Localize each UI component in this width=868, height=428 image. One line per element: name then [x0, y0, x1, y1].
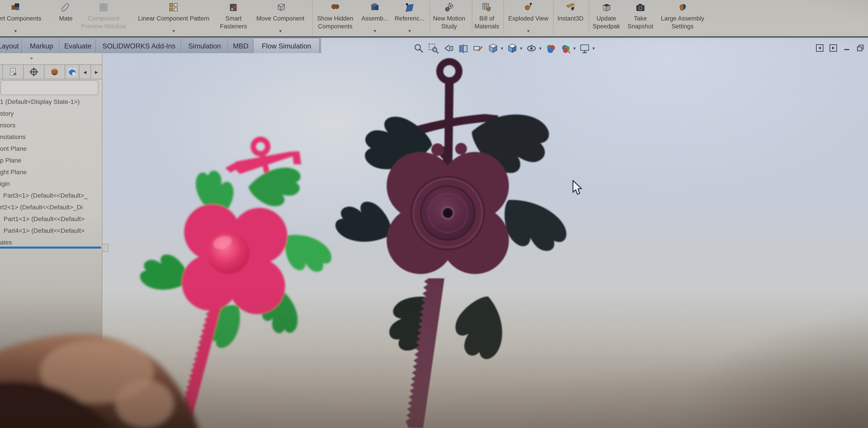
dropdown-arrow-icon[interactable]: ▾: [592, 45, 595, 52]
tree-item-part4[interactable]: Part4<1> (Default<<Default>: [0, 225, 102, 237]
tool-move-component[interactable]: Move Component ▾: [251, 1, 310, 35]
dropdown-arrow-icon[interactable]: ▾: [520, 45, 522, 52]
tool-label: Exploded View: [508, 15, 548, 23]
tool-instant3d[interactable]: Instant3D: [552, 1, 589, 35]
featuremanager-filter-box[interactable]: [0, 80, 98, 95]
rollback-bar-handle[interactable]: [102, 244, 108, 252]
tab-flow-simulation[interactable]: Flow Simulation: [253, 39, 320, 53]
tool-label: Component Preview Window: [78, 15, 129, 30]
displaymanager-icon[interactable]: [65, 65, 80, 79]
hide-show-items-icon[interactable]: [526, 42, 537, 54]
fm-scroll-right-button[interactable]: ▸: [91, 65, 102, 79]
tree-item-annotations[interactable]: notations: [0, 131, 102, 143]
tab-mbd[interactable]: MBD: [228, 39, 253, 53]
tab-label: Evaluate: [64, 42, 92, 50]
panel-collapse-dot[interactable]: [30, 57, 33, 60]
dropdown-arrow-icon[interactable]: ▾: [539, 45, 541, 52]
tree-item-history[interactable]: story: [0, 108, 102, 120]
fm-scroll-left-button[interactable]: ◂: [80, 65, 91, 79]
display-style-icon[interactable]: [506, 42, 518, 54]
tool-exploded-view[interactable]: Exploded View ▾: [504, 1, 553, 35]
assembly-features-icon: [370, 1, 380, 14]
tool-reference-geometry[interactable]: Referenc... ▾: [394, 1, 425, 35]
tool-label: Show Hidden Components: [314, 15, 356, 30]
restore-icon[interactable]: [856, 43, 865, 53]
tool-label: Large Assembly Settings: [655, 15, 710, 30]
tool-label: Move Component: [256, 15, 304, 23]
graphics-viewport[interactable]: ▾ ▾ ▾ ▾ ▾: [102, 38, 868, 428]
tool-new-motion-study[interactable]: New Motion Study: [428, 1, 470, 35]
tree-item-part2[interactable]: rt2<1> (Default<<Default>_Di: [0, 201, 102, 213]
instant3d-icon: [565, 1, 576, 14]
minimize-icon[interactable]: [842, 43, 851, 53]
component-preview-window-icon: [98, 1, 109, 14]
dynamic-annotation-views-icon[interactable]: [472, 42, 484, 54]
dropdown-arrow-icon[interactable]: ▾: [172, 28, 175, 35]
dropdown-arrow-icon[interactable]: ▾: [14, 28, 17, 35]
previous-view-icon[interactable]: [442, 42, 454, 54]
tool-large-assembly-settings[interactable]: Large Assembly Settings: [655, 1, 710, 35]
view-orientation-icon[interactable]: [487, 42, 499, 54]
tab-label: Simulation: [188, 42, 221, 50]
dropdown-arrow-icon[interactable]: ▾: [573, 45, 576, 52]
linear-component-pattern-icon: [168, 1, 179, 14]
show-hidden-components-icon: [330, 1, 341, 14]
tool-bill-of-materials[interactable]: Bill of Materials: [468, 1, 505, 35]
tab-label: Flow Simulation: [262, 42, 311, 50]
zoom-to-fit-icon[interactable]: [413, 42, 425, 54]
edit-appearance-icon[interactable]: [545, 42, 557, 54]
mate-icon: [60, 1, 71, 14]
tree-item-sensors[interactable]: nsors: [0, 120, 102, 131]
dropdown-arrow-icon[interactable]: ▾: [527, 28, 529, 35]
tool-label: New Motion Study: [428, 15, 470, 30]
tool-insert-components[interactable]: Insert Components ▾: [0, 1, 45, 35]
dropdown-arrow-icon[interactable]: ▾: [501, 45, 503, 52]
tool-label: Update Speedpak: [588, 15, 625, 30]
rollback-bar[interactable]: [0, 246, 101, 249]
tab-solidworks-add-ins[interactable]: SOLIDWORKS Add-Ins: [97, 39, 181, 53]
apply-scene-icon[interactable]: [560, 42, 571, 54]
tab-markup[interactable]: Markup: [24, 39, 60, 53]
tree-item-right-plane[interactable]: ght Plane: [0, 166, 102, 178]
pane-arrow-left-icon[interactable]: [815, 43, 824, 53]
zoom-to-area-icon[interactable]: [428, 42, 439, 54]
tool-linear-component-pattern[interactable]: Linear Component Pattern ▾: [133, 1, 214, 35]
large-assembly-settings-icon: [677, 1, 688, 14]
command-manager: Insert Components ▾ Mate Component Previ…: [0, 0, 868, 37]
propertymanager-icon[interactable]: [24, 65, 44, 79]
tool-assembly-features[interactable]: Assemb... ▾: [361, 1, 389, 35]
feature-tree: 1 (Default<Display State-1>) story nsors…: [0, 96, 102, 249]
featuremanager-panel: ◂ ▸ 1 (Default<Display State-1>) story n…: [0, 53, 102, 428]
tool-update-speedpak[interactable]: Update Speedpak: [588, 1, 625, 35]
tree-item-part1[interactable]: Part1<1> (Default<<Default>: [0, 213, 102, 225]
tool-show-hidden-components[interactable]: Show Hidden Components: [314, 1, 356, 35]
dropdown-arrow-icon[interactable]: ▾: [374, 28, 376, 35]
view-settings-icon[interactable]: [579, 42, 591, 54]
pane-arrow-right-icon[interactable]: [829, 43, 838, 53]
tree-item-front-plane[interactable]: ont Plane: [0, 143, 102, 155]
tool-smart-fasteners[interactable]: Smart Fasteners: [213, 1, 254, 35]
tree-item-top-plane[interactable]: p Plane: [0, 155, 102, 166]
dropdown-arrow-icon[interactable]: ▾: [408, 28, 411, 35]
tab-simulation[interactable]: Simulation: [181, 39, 228, 53]
solidworks-window: Insert Components ▾ Mate Component Previ…: [0, 0, 868, 428]
tree-item-origin[interactable]: igin: [0, 178, 102, 190]
tab-evaluate[interactable]: Evaluate: [60, 39, 96, 53]
insert-components-icon: [10, 1, 21, 14]
tree-item-assembly[interactable]: 1 (Default<Display State-1>): [0, 96, 102, 108]
featuremanager-partial-icon[interactable]: [0, 65, 3, 79]
tool-label: Bill of Materials: [468, 15, 505, 30]
tool-take-snapshot[interactable]: Take Snapshot: [622, 1, 659, 35]
tree-item-part3[interactable]: Part3<1> (Default<<Default>_: [0, 190, 102, 201]
featuremanager-tree-icon[interactable]: [3, 65, 24, 79]
tab-layout[interactable]: Layout: [0, 39, 22, 53]
exploded-view-icon: [523, 1, 534, 14]
tab-label: Markup: [30, 42, 53, 50]
tool-label: Take Snapshot: [622, 15, 659, 30]
dropdown-arrow-icon[interactable]: ▾: [279, 28, 281, 35]
smart-fasteners-icon: [228, 1, 239, 14]
tool-label: Linear Component Pattern: [138, 15, 210, 23]
section-view-icon[interactable]: [458, 42, 469, 54]
configurationmanager-icon[interactable]: [44, 65, 65, 79]
take-snapshot-icon: [635, 1, 646, 14]
